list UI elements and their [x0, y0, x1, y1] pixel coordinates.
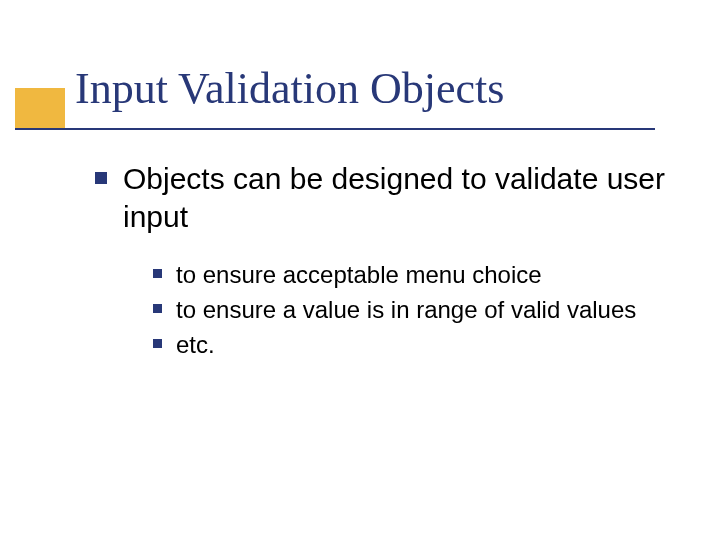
- bullet-text: to ensure acceptable menu choice: [176, 259, 542, 290]
- bullet-level1: Objects can be designed to validate user…: [95, 160, 680, 235]
- sub-bullets: to ensure acceptable menu choice to ensu…: [153, 259, 680, 361]
- bullet-text: etc.: [176, 329, 215, 360]
- title-underline: [15, 128, 655, 130]
- bullet-text: Objects can be designed to validate user…: [123, 160, 680, 235]
- square-bullet-icon: [153, 269, 162, 278]
- accent-box: [15, 88, 65, 128]
- bullet-level2: to ensure acceptable menu choice: [153, 259, 680, 290]
- bullet-text: to ensure a value is in range of valid v…: [176, 294, 636, 325]
- square-bullet-icon: [153, 304, 162, 313]
- square-bullet-icon: [95, 172, 107, 184]
- bullet-level2: etc.: [153, 329, 680, 360]
- slide: Input Validation Objects Objects can be …: [0, 0, 720, 540]
- square-bullet-icon: [153, 339, 162, 348]
- bullet-level2: to ensure a value is in range of valid v…: [153, 294, 680, 325]
- slide-title: Input Validation Objects: [75, 66, 504, 112]
- slide-body: Objects can be designed to validate user…: [95, 160, 680, 365]
